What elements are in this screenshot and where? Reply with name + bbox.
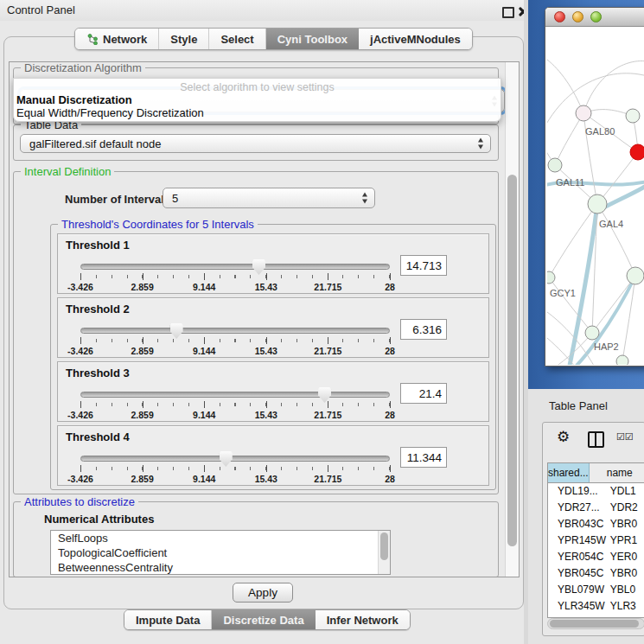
- node-red-selected[interactable]: [630, 144, 644, 160]
- network-view-window[interactable]: GAL80 G C GAL11 GAL4 GCY1 H HAP2: [545, 7, 644, 367]
- node-bottom[interactable]: [616, 355, 628, 365]
- table-row[interactable]: YDL19...YDL1: [548, 483, 644, 500]
- slider-track[interactable]: [80, 456, 390, 462]
- threshold-4-value-field[interactable]: [400, 447, 447, 468]
- popup-option-equal-width-frequency[interactable]: Equal Width/Frequency Discretization: [14, 106, 501, 119]
- float-panel-icon[interactable]: [502, 7, 514, 18]
- table-horizontal-scrollbar[interactable]: [547, 618, 644, 629]
- network-icon: [86, 33, 99, 45]
- table-panel-window: ⚙ ☑☑ shared... name YDL19...YDL1 YDR27..…: [542, 422, 644, 636]
- node-gal4[interactable]: [588, 194, 607, 214]
- cytoscape-desktop: GAL80 G C GAL11 GAL4 GCY1 H HAP2: [528, 0, 644, 389]
- threshold-4-panel: Threshold 4 -3.426 2.859 9.: [57, 425, 489, 486]
- node-label: GAL80: [585, 126, 615, 137]
- slider-ticks: [80, 401, 390, 409]
- node-gcy1[interactable]: [547, 271, 555, 284]
- column-header-name[interactable]: name: [590, 463, 644, 482]
- network-window-titlebar[interactable]: [545, 8, 644, 27]
- number-of-intervals-combobox[interactable]: 5: [163, 188, 375, 208]
- settings-scroll-area: Discretization Algorithm Table Data galF…: [9, 61, 520, 577]
- slider-track[interactable]: [80, 264, 390, 270]
- table-row[interactable]: YER054CYER0: [548, 549, 644, 565]
- control-panel: Control Panel Network Style Select Cyni …: [0, 0, 526, 644]
- slider-track[interactable]: [80, 392, 390, 398]
- network-canvas[interactable]: GAL80 G C GAL11 GAL4 GCY1 H HAP2: [547, 27, 644, 365]
- combo-arrows-icon: [361, 193, 369, 204]
- slider-ticks: [80, 273, 390, 281]
- table-row[interactable]: YLR345WYLR3: [548, 598, 644, 615]
- list-scrollbar[interactable]: [378, 531, 390, 574]
- tab-jactivemnodules[interactable]: jActiveMNodules: [359, 29, 472, 49]
- settings-scrollbar[interactable]: [505, 62, 520, 577]
- threshold-2-slider[interactable]: -3.426 2.859 9.144 15.43 21.715 28: [80, 326, 389, 357]
- table-row[interactable]: YDR27...YDR2: [548, 500, 644, 516]
- attributes-group-title: Attributes to discretize: [21, 495, 138, 508]
- threshold-2-value-field[interactable]: [400, 319, 447, 340]
- threshold-3-label: Threshold 3: [66, 367, 130, 379]
- tab-style[interactable]: Style: [159, 29, 209, 49]
- control-panel-titlebar: Control Panel: [0, 0, 526, 21]
- tab-infer-network[interactable]: Infer Network: [316, 610, 410, 629]
- scrollbar-thumb[interactable]: [507, 175, 517, 546]
- threshold-2-label: Threshold 2: [66, 303, 130, 316]
- node-label: HAP2: [594, 341, 619, 352]
- threshold-1-slider[interactable]: -3.426 2.859 9.144 15.43 21.715 28: [80, 262, 389, 293]
- scrollbar-thumb[interactable]: [550, 620, 639, 628]
- table-row[interactable]: YBR045CYBR0: [548, 565, 644, 582]
- tab-network[interactable]: Network: [75, 29, 159, 49]
- algorithm-dropdown-popup: Select algorithm to view settings Manual…: [13, 78, 501, 122]
- tab-cyni-toolbox[interactable]: Cyni Toolbox: [266, 29, 359, 49]
- cyni-bottom-tabs: Impute Data Discretize Data Infer Networ…: [124, 609, 411, 630]
- node-gal11[interactable]: [548, 158, 562, 172]
- threshold-3-value-field[interactable]: [400, 383, 447, 404]
- table-data-combobox[interactable]: galFiltered.sif default node: [20, 134, 491, 153]
- list-item[interactable]: TopologicalCoefficient: [51, 545, 390, 560]
- list-item[interactable]: SelfLoops: [51, 531, 390, 545]
- tab-discretize-data[interactable]: Discretize Data: [212, 610, 315, 629]
- table-header-row: shared... name: [548, 463, 644, 483]
- cyni-toolbox-panel: Discretization Algorithm Table Data galF…: [3, 36, 524, 609]
- node-label: GAL11: [556, 177, 584, 188]
- column-layout-icon[interactable]: [588, 431, 604, 448]
- select-columns-icon[interactable]: ☑☑: [616, 431, 634, 443]
- close-traffic-light-icon[interactable]: [554, 11, 565, 22]
- tab-select[interactable]: Select: [209, 29, 265, 49]
- control-panel-tabs: Network Style Select Cyni Toolbox jActiv…: [74, 28, 473, 50]
- table-row[interactable]: YPR145WYPR1: [548, 532, 644, 549]
- popup-option-manual-discretization[interactable]: Manual Discretization: [14, 93, 501, 106]
- zoom-traffic-light-icon[interactable]: [590, 11, 602, 22]
- slider-track[interactable]: [80, 328, 390, 334]
- node-gal80[interactable]: [576, 105, 591, 121]
- right-region: GAL80 G C GAL11 GAL4 GCY1 H HAP2 Table P…: [524, 0, 644, 644]
- combo-arrows-icon: [477, 138, 485, 150]
- apply-button[interactable]: Apply: [233, 583, 293, 603]
- slider-ticks: [80, 337, 390, 345]
- table-row[interactable]: YBL079WYBL0: [548, 582, 644, 598]
- popup-hint: Select algorithm to view settings: [14, 79, 501, 93]
- threshold-1-value-field[interactable]: [400, 255, 447, 276]
- node-h[interactable]: [627, 267, 644, 284]
- network-graph: GAL80 G C GAL11 GAL4 GCY1 H HAP2: [547, 27, 644, 365]
- numerical-attributes-list[interactable]: SelfLoops TopologicalCoefficient Between…: [50, 530, 391, 575]
- node-attribute-table: shared... name YDL19...YDL1 YDR27...YDR2…: [547, 462, 644, 618]
- numerical-attributes-heading: Numerical Attributes: [44, 513, 154, 526]
- table-data-group: Table Data galFiltered.sif default node: [13, 124, 499, 161]
- slider-scale: -3.426 2.859 9.144 15.43 21.715 28: [80, 474, 390, 484]
- node-hap2[interactable]: [585, 326, 599, 340]
- column-header-shared-name[interactable]: shared...: [548, 463, 590, 482]
- slider-scale: -3.426 2.859 9.144 15.43 21.715 28: [80, 282, 390, 292]
- minimize-traffic-light-icon[interactable]: [572, 11, 583, 22]
- tab-impute-data[interactable]: Impute Data: [124, 610, 212, 629]
- app-root: Control Panel Network Style Select Cyni …: [0, 0, 644, 644]
- table-row[interactable]: YBR043CYBR0: [548, 516, 644, 532]
- panel-title: Control Panel: [7, 3, 75, 16]
- table-data-value: galFiltered.sif default node: [29, 137, 161, 150]
- list-item[interactable]: BetweennessCentrality: [51, 560, 390, 575]
- attributes-group: Attributes to discretize Numerical Attri…: [13, 501, 499, 577]
- node-top-right[interactable]: [626, 109, 640, 123]
- gear-icon[interactable]: ⚙: [557, 429, 570, 446]
- threshold-4-label: Threshold 4: [66, 430, 130, 443]
- threshold-4-slider[interactable]: -3.426 2.859 9.144 15.43 21.715 28: [80, 454, 389, 485]
- thresholds-group: Threshold's Coordinates for 5 Intervals …: [50, 224, 496, 490]
- threshold-3-slider[interactable]: -3.426 2.859 9.144 15.43 21.715 28: [80, 390, 389, 421]
